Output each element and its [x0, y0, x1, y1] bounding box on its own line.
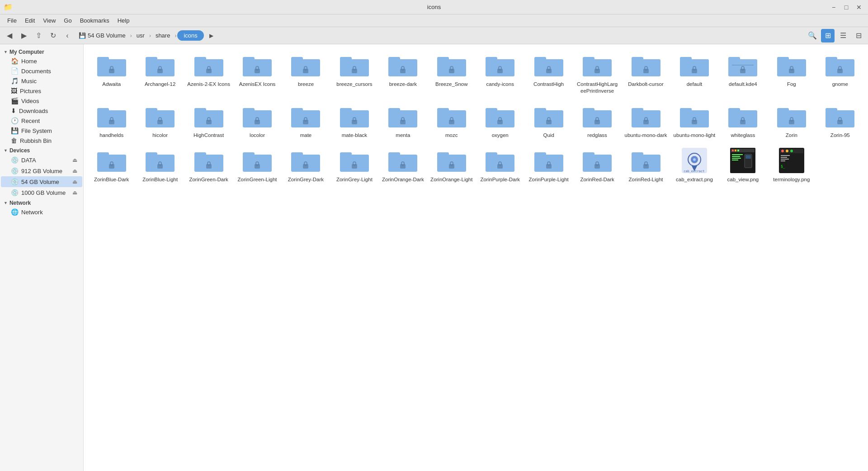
minimize-button[interactable]: −: [828, 2, 839, 13]
file-item-whiteglass[interactable]: whiteglass: [720, 100, 766, 142]
file-item-ubuntu-mono-light[interactable]: ubuntu-mono-light: [671, 100, 717, 142]
svg-rect-121: [777, 110, 806, 127]
file-item-ubuntu-mono-dark[interactable]: ubuntu-mono-dark: [623, 100, 669, 142]
file-item-highcontrast[interactable]: HighContrast: [185, 100, 232, 142]
forward-button[interactable]: ▶: [17, 29, 31, 42]
file-item-zorinpurple-light[interactable]: ZorinPurple-Light: [525, 144, 572, 187]
menu-go[interactable]: Go: [60, 16, 75, 25]
sidebar-item-vol1000[interactable]: 💿 1000 GB Volume ⏏: [1, 187, 82, 198]
devices-triangle: ▼: [4, 148, 8, 153]
icon-view-button[interactable]: ⊞: [821, 29, 835, 42]
file-item-candy-icons[interactable]: candy-icons: [477, 49, 524, 98]
sidebar-item-data[interactable]: 💿 DATA ⏏: [1, 155, 82, 165]
prev-nav-button[interactable]: ‹: [61, 29, 74, 42]
sidebar-section-network[interactable]: ▼ Network: [0, 198, 83, 207]
compact-view-button[interactable]: ⊟: [852, 29, 865, 42]
eject-vol54-button[interactable]: ⏏: [71, 178, 79, 186]
file-item-cab-extract[interactable]: cab_extract cab_extract.png: [671, 144, 717, 187]
sidebar-section-mycomputer-label: My Computer: [9, 49, 44, 55]
file-item-contrasthigh[interactable]: ContrastHigh: [525, 49, 572, 98]
sidebar-section-devices[interactable]: ▼ Devices: [0, 146, 83, 155]
file-item-darkbolt-cursor[interactable]: Darkbolt-cursor: [623, 49, 669, 98]
file-item-cab-view[interactable]: cab_view.png: [720, 144, 766, 187]
file-item-zorin-95[interactable]: Zorin-95: [817, 100, 863, 142]
file-item-terminology[interactable]: $_ terminology.png: [768, 144, 815, 187]
file-item-zorinred-dark[interactable]: ZorinRed-Dark: [574, 144, 620, 187]
sidebar-item-network[interactable]: 🌐 Network: [1, 207, 82, 217]
svg-rect-69: [146, 110, 175, 127]
up-button[interactable]: ⇧: [32, 29, 45, 42]
file-label-breeze-cursors: breeze_cursors: [336, 81, 372, 88]
sidebar-item-rubbish[interactable]: 🗑 Rubbish Bin: [1, 136, 82, 146]
sidebar-item-videos[interactable]: 🎬 Videos: [1, 96, 82, 106]
file-item-breeze[interactable]: breeze: [283, 49, 329, 98]
file-item-azenisx[interactable]: AzenisEX Icons: [234, 49, 280, 98]
sidebar-item-downloads[interactable]: ⬇ Downloads: [1, 106, 82, 116]
sidebar-item-vol54[interactable]: 💿 54 GB Volume ⏏: [1, 176, 82, 187]
sidebar-item-pictures[interactable]: 🖼 Pictures: [1, 86, 82, 96]
sidebar-item-home[interactable]: 🏠 Home: [1, 56, 82, 66]
file-item-zorinorange-light[interactable]: ZorinOrange-Light: [428, 144, 475, 187]
menu-bookmarks[interactable]: Bookmarks: [76, 16, 113, 25]
breadcrumb-usr[interactable]: usr: [133, 30, 148, 41]
list-view-button[interactable]: ☰: [836, 29, 850, 42]
file-item-quid[interactable]: Quid: [525, 100, 572, 142]
breadcrumb-share[interactable]: share: [152, 30, 174, 41]
sidebar-item-documents[interactable]: 📄 Documents: [1, 66, 82, 76]
file-item-menta[interactable]: menta: [380, 100, 426, 142]
file-item-mate-black[interactable]: mate-black: [331, 100, 377, 142]
file-item-breeze-snow[interactable]: Breeze_Snow: [428, 49, 475, 98]
file-item-zoringrey-dark[interactable]: ZorinGrey-Dark: [283, 144, 329, 187]
folder-icon: [534, 52, 563, 79]
file-item-adwaita[interactable]: Adwaita: [88, 49, 135, 98]
file-item-zoringrey-light[interactable]: ZorinGrey-Light: [331, 144, 377, 187]
folder-icon: [777, 52, 806, 79]
file-item-zorinblue-light[interactable]: ZorinBlue-Light: [137, 144, 183, 187]
eject-vol912-button[interactable]: ⏏: [71, 167, 79, 175]
file-item-zorin[interactable]: Zorin: [768, 100, 815, 142]
sidebar-item-music[interactable]: 🎵 Music: [1, 76, 82, 86]
file-item-zorinpurple-dark[interactable]: ZorinPurple-Dark: [477, 144, 524, 187]
menu-file[interactable]: File: [4, 16, 20, 25]
eject-data-button[interactable]: ⏏: [71, 156, 79, 164]
file-item-handhelds[interactable]: handhelds: [88, 100, 135, 142]
file-item-gnome[interactable]: gnome: [817, 49, 863, 98]
sidebar-item-vol912[interactable]: 💿 912 GB Volume ⏏: [1, 165, 82, 176]
file-item-zorinblue-dark[interactable]: ZorinBlue-Dark: [88, 144, 135, 187]
file-item-zorinorange-dark[interactable]: ZorinOrange-Dark: [380, 144, 426, 187]
file-item-redglass[interactable]: redglass: [574, 100, 620, 142]
file-item-oxygen[interactable]: oxygen: [477, 100, 524, 142]
menu-help[interactable]: Help: [114, 16, 133, 25]
file-item-breeze-dark[interactable]: breeze-dark: [380, 49, 426, 98]
file-item-azenis-2-ex[interactable]: Azenis-2-EX Icons: [185, 49, 232, 98]
file-item-hicolor[interactable]: hicolor: [137, 100, 183, 142]
file-item-default-kde4[interactable]: default.kde4: [720, 49, 766, 98]
menu-view[interactable]: View: [39, 16, 59, 25]
file-item-archangel-12[interactable]: Archangel-12: [137, 49, 183, 98]
sidebar-section-mycomputer[interactable]: ▼ My Computer: [0, 47, 83, 56]
breadcrumb-volume[interactable]: 💾 54 GB Volume: [75, 30, 129, 41]
file-item-zorinred-light[interactable]: ZorinRed-Light: [623, 144, 669, 187]
file-item-default[interactable]: default: [671, 49, 717, 98]
file-item-contrasthighlarge[interactable]: ContrastHighLargeePrintInverse: [574, 49, 620, 98]
file-item-locolor[interactable]: locolor: [234, 100, 280, 142]
sidebar-item-filesystem[interactable]: 💾 File System: [1, 126, 82, 136]
breadcrumb-usr-label: usr: [137, 32, 145, 39]
file-item-mate[interactable]: mate: [283, 100, 329, 142]
file-item-zoringreen-light[interactable]: ZorinGreen-Light: [234, 144, 280, 187]
sidebar-item-recent[interactable]: 🕐 Recent: [1, 116, 82, 126]
back-button[interactable]: ◀: [3, 29, 16, 42]
file-item-mozc[interactable]: mozc: [428, 100, 475, 142]
breadcrumb-icons[interactable]: icons: [177, 30, 203, 41]
breadcrumb-expand[interactable]: ▶: [205, 29, 218, 42]
search-button[interactable]: 🔍: [806, 29, 819, 42]
menu-edit[interactable]: Edit: [21, 16, 38, 25]
close-button[interactable]: ✕: [854, 2, 864, 13]
maximize-button[interactable]: □: [841, 2, 852, 13]
file-item-zoringreen-dark[interactable]: ZorinGreen-Dark: [185, 144, 232, 187]
folder-icon: [680, 52, 709, 79]
eject-vol1000-button[interactable]: ⏏: [71, 188, 79, 197]
file-item-fog[interactable]: Fog: [768, 49, 815, 98]
reload-button[interactable]: ↻: [46, 29, 60, 42]
file-item-breeze-cursors[interactable]: breeze_cursors: [331, 49, 377, 98]
